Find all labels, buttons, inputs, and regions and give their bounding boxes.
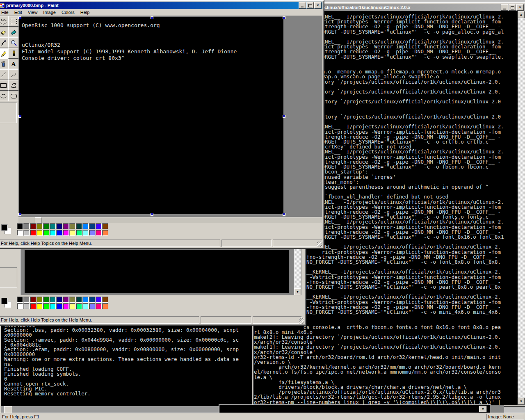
minimize-button[interactable] <box>299 2 306 9</box>
palette-swatch[interactable] <box>89 303 95 309</box>
palette-swatch[interactable] <box>89 230 95 236</box>
paint-canvas[interactable]: OpenRisc 1000 support (C) www.opencores.… <box>19 17 283 214</box>
palette-swatch[interactable] <box>96 297 102 303</box>
palette-swatch[interactable] <box>50 230 56 236</box>
scroll-down-button[interactable]: ▼ <box>518 398 525 405</box>
palette-swatch[interactable] <box>82 303 89 309</box>
paint2-color-selector[interactable] <box>0 297 13 309</box>
palette-swatch[interactable] <box>63 303 69 309</box>
palette-swatch[interactable] <box>43 297 49 303</box>
palette-swatch[interactable] <box>63 223 69 229</box>
palette-swatch[interactable] <box>17 303 23 309</box>
brush-tool-button[interactable] <box>8 48 19 59</box>
freeform-select-tool-button[interactable] <box>0 16 9 27</box>
palette-swatch[interactable] <box>96 230 102 236</box>
palette-swatch[interactable] <box>69 297 75 303</box>
resize-grip[interactable] <box>317 242 322 247</box>
palette-swatch[interactable] <box>63 297 69 303</box>
palette-swatch[interactable] <box>89 223 95 229</box>
menu-item-help[interactable]: Help <box>78 9 93 15</box>
paint-color-selector[interactable] <box>0 224 13 236</box>
palette-swatch[interactable] <box>69 230 75 236</box>
palette-swatch[interactable] <box>63 230 69 236</box>
palette-swatch[interactable] <box>50 303 56 309</box>
palette-swatch[interactable] <box>37 303 43 309</box>
fill-tool-button[interactable] <box>8 27 19 37</box>
menu-item-file[interactable]: File <box>0 9 11 15</box>
paint-window-1[interactable]: primary0000.bmp - Paint × FileEditViewIm… <box>0 0 324 249</box>
scroll-down-button[interactable]: ▼ <box>294 288 301 295</box>
palette-swatch[interactable] <box>17 297 23 303</box>
palette-swatch[interactable] <box>82 230 89 236</box>
palette-swatch[interactable] <box>89 297 95 303</box>
magnifier-tool-button[interactable] <box>8 37 19 48</box>
palette-swatch[interactable] <box>23 230 30 236</box>
palette-swatch[interactable] <box>82 297 89 303</box>
selection-handle[interactable] <box>283 213 285 216</box>
palette-swatch[interactable] <box>56 230 62 236</box>
palette-swatch[interactable] <box>50 297 56 303</box>
palette-swatch[interactable] <box>56 297 62 303</box>
palette-swatch[interactable] <box>102 303 108 309</box>
pencil-tool-button[interactable] <box>0 48 9 59</box>
menu-item-edit[interactable]: Edit <box>11 9 25 15</box>
palette-swatch[interactable] <box>76 297 82 303</box>
palette-swatch[interactable] <box>69 223 75 229</box>
terminal-scrollbar[interactable]: ▲ ▼ <box>518 11 525 405</box>
text-tool-button[interactable]: A <box>8 59 19 69</box>
minimize-button[interactable] <box>501 4 508 11</box>
palette-swatch[interactable] <box>102 230 108 236</box>
palette-swatch[interactable] <box>23 303 30 309</box>
palette-swatch[interactable] <box>23 297 30 303</box>
polygon-tool-button[interactable] <box>8 80 19 91</box>
paint2-vertical-scrollbar[interactable]: ▼ <box>294 249 301 295</box>
scroll-down-button[interactable]: ▼ <box>479 406 487 412</box>
terminal-window-binutils[interactable]: [markom@odin /projects/binutils/simons/o… <box>219 404 491 413</box>
selection-handle[interactable] <box>18 115 21 118</box>
palette-swatch[interactable] <box>69 303 75 309</box>
palette-swatch[interactable] <box>30 303 36 309</box>
paint-title-bar[interactable]: primary0000.bmp - Paint <box>0 2 322 9</box>
palette-swatch[interactable] <box>37 223 43 229</box>
menu-item-image[interactable]: Image <box>40 9 59 15</box>
selection-handle[interactable] <box>283 115 285 118</box>
palette-swatch[interactable] <box>30 297 36 303</box>
palette-swatch[interactable] <box>82 223 89 229</box>
close-button[interactable]: × <box>516 4 524 11</box>
scroll-thumb[interactable] <box>35 217 41 223</box>
palette-swatch[interactable] <box>30 230 36 236</box>
palette-swatch[interactable] <box>17 230 23 236</box>
eraser-tool-button[interactable] <box>0 27 9 37</box>
close-button[interactable]: × <box>314 2 322 9</box>
menu-item-colors[interactable]: Colors <box>59 9 78 15</box>
maximize-button[interactable] <box>306 2 314 9</box>
selection-handle[interactable] <box>283 16 285 19</box>
maximize-button[interactable] <box>509 4 516 11</box>
ellipse-tool-button[interactable] <box>0 91 9 101</box>
menu-item-view[interactable]: View <box>25 9 41 15</box>
canvas-horizontal-scrollbar[interactable] <box>18 217 322 223</box>
paint2-canvas[interactable] <box>25 250 289 293</box>
palette-swatch[interactable] <box>37 230 43 236</box>
palette-swatch[interactable] <box>76 223 82 229</box>
scroll-up-button[interactable]: ▲ <box>518 11 525 18</box>
palette-swatch[interactable] <box>56 223 62 229</box>
palette-swatch[interactable] <box>102 223 108 229</box>
rounded-rectangle-tool-button[interactable] <box>8 91 19 101</box>
palette-swatch[interactable] <box>96 303 102 309</box>
palette-swatch[interactable] <box>37 297 43 303</box>
palette-swatch[interactable] <box>43 223 49 229</box>
palette-swatch[interactable] <box>102 297 108 303</box>
palette-swatch[interactable] <box>43 230 49 236</box>
palette-swatch[interactable] <box>17 223 23 229</box>
selection-handle[interactable] <box>18 16 21 19</box>
paint-window-2[interactable]: ▼ For Help, click Help Topics on the Hel… <box>0 246 306 326</box>
palette-swatch[interactable] <box>56 303 62 309</box>
palette-swatch[interactable] <box>30 223 36 229</box>
rectangle-tool-button[interactable] <box>0 80 9 91</box>
palette-swatch[interactable] <box>23 223 30 229</box>
selection-handle[interactable] <box>151 213 153 216</box>
curve-tool-button[interactable] <box>8 69 19 80</box>
airbrush-tool-button[interactable] <box>0 59 9 69</box>
palette-swatch[interactable] <box>76 230 82 236</box>
